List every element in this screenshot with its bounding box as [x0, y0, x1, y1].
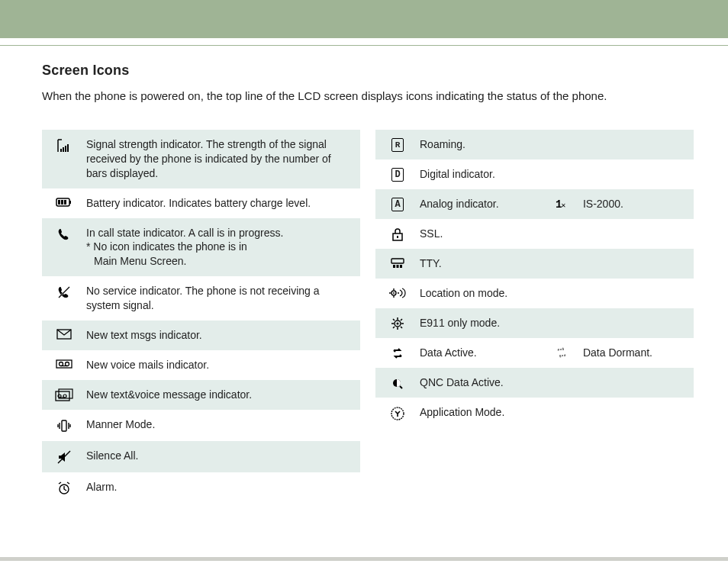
analog-icon: A — [378, 197, 417, 211]
location-on-icon — [378, 286, 417, 299]
right-column: RRoaming.DDigital indicator.AAnalog indi… — [375, 130, 694, 504]
svg-rect-3 — [67, 144, 69, 152]
description-cell: Roaming. — [417, 137, 688, 152]
svg-rect-30 — [397, 265, 399, 268]
no-service-icon — [45, 284, 83, 300]
description-text: Data Active. — [420, 346, 540, 360]
table-row: E911 only mode. — [375, 308, 694, 338]
table-row: Application Mode. — [375, 398, 694, 429]
table-row: New text msgs indicator. — [42, 320, 360, 350]
table-row: Alarm. — [42, 472, 360, 504]
description-text: New text msgs indicator. — [86, 329, 202, 341]
description-text: Roaming. — [420, 138, 465, 150]
table-row: TTY. — [375, 249, 694, 279]
svg-rect-5 — [69, 201, 71, 204]
svg-rect-1 — [63, 147, 64, 152]
description-cell: Alarm. — [83, 480, 354, 494]
description-cell: New voice mails indicator. — [83, 358, 354, 372]
description-text: New voice mails indicator. — [86, 359, 209, 371]
table-row: Manner Mode. — [42, 410, 360, 441]
silence-icon — [45, 449, 83, 465]
description-text-2: Data Dormant. — [583, 346, 688, 360]
description-text: Battery indicator. Indicates battery cha… — [86, 197, 311, 209]
roaming-icon: R — [378, 137, 417, 152]
description-text: New text&voice message indicator. — [86, 388, 252, 401]
svg-rect-8 — [64, 200, 66, 205]
lock-icon — [378, 227, 417, 241]
description-sub: * No icon indicates the phone is in — [86, 240, 354, 254]
table-row: New text&voice message indicator. — [42, 380, 360, 410]
svg-rect-29 — [393, 265, 395, 268]
svg-rect-21 — [62, 420, 66, 431]
description-cell: New text&voice message indicator. — [83, 388, 354, 402]
description-text: E911 only mode. — [420, 317, 500, 329]
description-text: QNC Data Active. — [420, 376, 504, 388]
description-cell: Silence All. — [83, 449, 354, 463]
envelope-icon — [45, 328, 83, 340]
description-text: Silence All. — [86, 449, 138, 462]
table-row: QNC Data Active. — [375, 368, 694, 398]
table-row: RRoaming. — [375, 130, 694, 159]
description-text-2: IS-2000. — [583, 197, 688, 211]
digital-icon: D — [378, 167, 417, 182]
description-text: Signal strength indicator. The strength … — [86, 138, 331, 179]
page-title: Screen Icons — [42, 63, 694, 79]
table-row: No service indicator. The phone is not r… — [42, 276, 360, 320]
description-cell: New text msgs indicator. — [83, 328, 354, 343]
description-cell: Application Mode. — [417, 405, 688, 420]
app-mode-icon — [378, 405, 417, 421]
intro-text: When the phone is powered on, the top li… — [42, 89, 694, 102]
alarm-clock-icon — [45, 480, 83, 496]
data-active-icon — [378, 346, 417, 360]
footer-space — [0, 561, 728, 583]
svg-point-14 — [66, 362, 69, 366]
table-row: SSL. — [375, 219, 694, 249]
tty-icon — [378, 256, 417, 269]
signal-bars-icon — [45, 137, 83, 153]
description-text: Alarm. — [86, 481, 117, 493]
description-cell: E911 only mode. — [417, 316, 688, 330]
description-text: Location on mode. — [420, 287, 507, 299]
e911-icon — [378, 316, 417, 330]
description-text: Manner Mode. — [86, 418, 155, 430]
description-text: Digital indicator. — [420, 168, 495, 180]
description-text: Application Mode. — [420, 406, 504, 418]
voicemail-icon — [45, 358, 83, 369]
battery-icon — [45, 196, 83, 208]
table-row: Signal strength indicator. The strength … — [42, 130, 360, 188]
description-sub-2: Main Menu Screen. — [86, 254, 354, 269]
table-row: AAnalog indicator.1✕IS-2000. — [375, 189, 694, 219]
table-row: In call state indicator. A call is in pr… — [42, 218, 360, 277]
svg-rect-0 — [60, 149, 62, 152]
description-cell: In call state indicator. A call is in pr… — [83, 226, 354, 269]
description-text: SSL. — [420, 227, 443, 240]
description-cell: Signal strength indicator. The strength … — [83, 137, 354, 181]
description-text: In call state indicator. A call is in pr… — [86, 227, 283, 239]
description-cell: Digital indicator. — [417, 167, 688, 182]
phone-icon — [45, 226, 83, 242]
header-band — [0, 0, 728, 38]
description-cell: No service indicator. The phone is not r… — [83, 284, 354, 313]
page-content: Screen Icons When the phone is powered o… — [0, 46, 728, 519]
description-cell: SSL. — [417, 227, 688, 241]
is2000-icon: 1✕ — [546, 198, 577, 210]
table-row: DDigital indicator. — [375, 159, 694, 189]
vibrate-icon — [45, 417, 83, 433]
svg-rect-28 — [391, 259, 404, 263]
description-cell: Battery indicator. Indicates battery cha… — [83, 196, 354, 211]
table-row: Battery indicator. Indicates battery cha… — [42, 188, 360, 218]
description-cell: TTY. — [417, 256, 688, 271]
description-cell: Analog indicator.1✕IS-2000. — [417, 197, 688, 211]
svg-rect-2 — [65, 146, 66, 152]
description-text: TTY. — [420, 257, 442, 269]
description-text: Analog indicator. — [420, 197, 540, 211]
description-cell: Manner Mode. — [83, 417, 354, 432]
svg-rect-27 — [397, 236, 398, 238]
svg-point-33 — [393, 292, 395, 294]
table-row: Silence All. — [42, 441, 360, 472]
table-row: Data Active.Data Dormant. — [375, 338, 694, 368]
svg-rect-6 — [58, 200, 60, 205]
description-cell: Location on mode. — [417, 286, 688, 301]
svg-point-35 — [397, 322, 399, 324]
svg-text:✕: ✕ — [561, 202, 566, 209]
